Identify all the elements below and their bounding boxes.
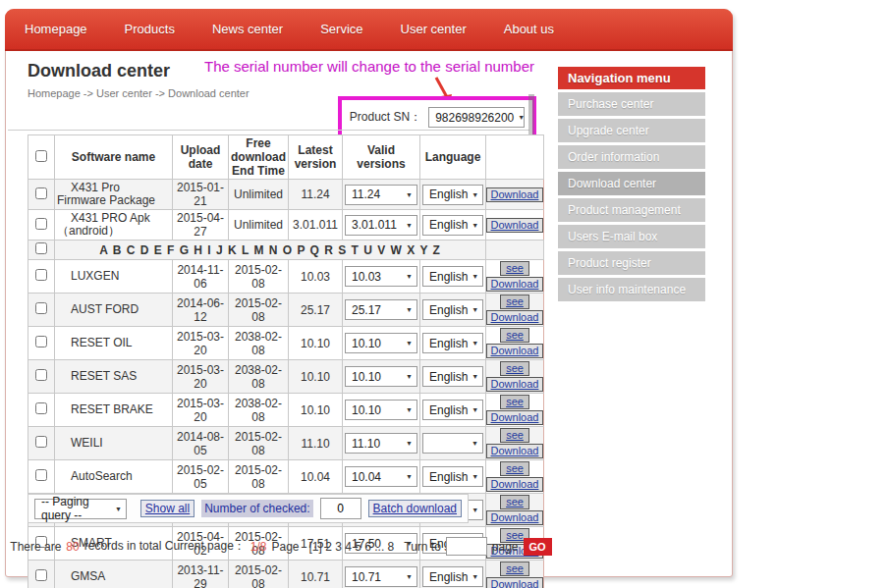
valid-version-select[interactable]: 10.10▼ <box>345 366 417 387</box>
row-checkbox[interactable] <box>35 336 47 347</box>
row-checkbox[interactable] <box>35 469 47 481</box>
valid-version-select-value: 10.71 <box>352 570 381 584</box>
language-select[interactable]: ▼ <box>422 433 483 454</box>
see-button[interactable]: see <box>500 428 529 443</box>
annotation-text: The serial number will change to the ser… <box>178 58 561 75</box>
language-select[interactable]: English▼ <box>422 266 483 287</box>
see-button[interactable]: see <box>500 328 529 343</box>
download-button[interactable]: Download <box>486 444 543 458</box>
upload-date: 2014-06-12 <box>173 294 229 327</box>
product-sn-select[interactable]: 982698926200 ▼ <box>428 107 525 128</box>
row-checkbox[interactable] <box>35 302 47 314</box>
language-select[interactable]: English▼ <box>422 466 483 487</box>
sidebar-item-order-information[interactable]: Order information <box>558 145 705 169</box>
valid-version-select[interactable]: 11.10▼ <box>345 433 417 454</box>
download-button[interactable]: Download <box>486 477 543 492</box>
nav-item-homepage[interactable]: Homepage <box>25 22 87 36</box>
language-select[interactable]: English▼ <box>422 566 483 587</box>
download-button[interactable]: Download <box>486 187 543 202</box>
table-cell: seeDownload <box>486 360 544 394</box>
nav-item-products[interactable]: Products <box>125 22 175 36</box>
row-checkbox[interactable] <box>35 269 47 281</box>
see-button[interactable]: see <box>500 561 529 576</box>
nav-item-user-center[interactable]: User center <box>401 22 467 36</box>
chevron-down-icon: ▼ <box>406 306 413 313</box>
go-button[interactable]: GO <box>524 538 552 556</box>
free-download-end-time: Unlimited <box>229 180 289 210</box>
table-cell: 11.10▼ <box>343 427 420 460</box>
table-cell: seeDownload <box>486 494 544 527</box>
table-cell: seeDownload <box>486 427 544 460</box>
sidebar-item-download-center[interactable]: Download center <box>558 172 705 195</box>
download-button[interactable]: Download <box>486 410 543 425</box>
sidebar-item-upgrade-center[interactable]: Upgrade center <box>558 119 705 142</box>
download-button[interactable]: Download <box>486 277 543 292</box>
table-cell: 10.10▼ <box>343 360 420 394</box>
valid-version-select[interactable]: 3.01.011▼ <box>345 215 417 236</box>
batch-download-button[interactable]: Batch download <box>368 500 462 517</box>
select-all-checkbox[interactable] <box>35 150 47 162</box>
see-button[interactable]: see <box>500 294 529 309</box>
nav-item-service[interactable]: Service <box>320 22 362 36</box>
nav-item-about-us[interactable]: About us <box>504 22 554 36</box>
nav-item-news-center[interactable]: News center <box>212 22 283 36</box>
row-checkbox[interactable] <box>35 242 47 254</box>
row-checkbox[interactable] <box>35 569 47 581</box>
sidebar-item-product-management[interactable]: Product management <box>558 198 705 222</box>
valid-version-select-value: 10.10 <box>352 370 381 384</box>
table-cell: seeDownload <box>486 561 544 588</box>
page-links[interactable]: [1] 2 3 4 5 6 ... 8 <box>309 540 395 554</box>
language-select[interactable]: English▼ <box>422 215 483 236</box>
chevron-down-icon: ▼ <box>406 573 413 580</box>
free-download-end-time: 2015-02-08 <box>229 427 289 460</box>
row-checkbox[interactable] <box>35 187 47 199</box>
records-count: 80 <box>66 540 79 554</box>
latest-version: 10.03 <box>289 260 343 294</box>
download-button[interactable]: Download <box>486 344 543 358</box>
sidebar-item-product-register[interactable]: Product register <box>558 251 705 275</box>
turn-to-page-input[interactable] <box>446 537 487 556</box>
see-button[interactable]: see <box>500 395 529 409</box>
valid-version-select[interactable]: 25.17▼ <box>345 299 417 320</box>
valid-version-select[interactable]: 10.04▼ <box>345 466 417 487</box>
language-select[interactable]: English▼ <box>422 333 483 353</box>
download-button[interactable]: Download <box>486 377 543 392</box>
valid-version-select[interactable]: 10.10▼ <box>345 333 417 353</box>
see-button[interactable]: see <box>500 461 529 476</box>
sidebar-item-purchase-center[interactable]: Purchase center <box>558 92 705 116</box>
download-button[interactable]: Download <box>486 218 543 233</box>
see-button[interactable]: see <box>500 495 529 509</box>
checked-count-input[interactable] <box>320 498 361 519</box>
alphabet-index[interactable]: A B C D E F G H I J K L M N O P Q R S T … <box>55 241 486 260</box>
see-button[interactable]: see <box>500 361 529 376</box>
valid-version-select-value: 25.17 <box>352 303 381 317</box>
download-button[interactable]: Download <box>486 510 543 525</box>
valid-version-select[interactable]: 10.10▼ <box>345 400 417 420</box>
show-all-button[interactable]: Show all <box>140 500 194 517</box>
row-checkbox[interactable] <box>35 402 47 414</box>
language-select[interactable]: English▼ <box>422 400 483 420</box>
valid-version-select-value: 10.04 <box>352 470 381 484</box>
language-select[interactable]: English▼ <box>422 366 483 387</box>
chevron-down-icon: ▼ <box>472 406 478 413</box>
chevron-down-icon: ▼ <box>472 306 478 313</box>
sidebar-item-users-e-mail-box[interactable]: Users E-mail box <box>558 225 705 248</box>
download-button[interactable]: Download <box>486 310 543 325</box>
row-checkbox[interactable] <box>35 436 47 448</box>
valid-version-select[interactable]: 10.03▼ <box>345 266 417 287</box>
download-button[interactable]: Download <box>486 577 543 588</box>
row-checkbox[interactable] <box>35 369 47 381</box>
row-checkbox[interactable] <box>35 218 47 230</box>
language-select[interactable]: English▼ <box>422 299 483 320</box>
top-nav: HomepageProductsNews centerServiceUser c… <box>5 9 733 51</box>
see-button[interactable]: see <box>500 261 529 276</box>
language-select[interactable]: English▼ <box>422 185 483 205</box>
chevron-down-icon: ▼ <box>406 273 413 280</box>
valid-version-select[interactable]: 10.71▼ <box>345 566 417 587</box>
valid-version-select[interactable]: 11.24▼ <box>345 185 417 205</box>
free-download-end-time: Unlimited <box>229 210 289 241</box>
paging-query-value: -- Paging query -- <box>41 495 111 522</box>
software-name: X431 PRO Apk（android） <box>55 210 173 241</box>
paging-query-select[interactable]: -- Paging query -- ▼ <box>34 499 127 519</box>
sidebar-item-user-info-maintenance[interactable]: User info maintenance <box>558 278 705 301</box>
